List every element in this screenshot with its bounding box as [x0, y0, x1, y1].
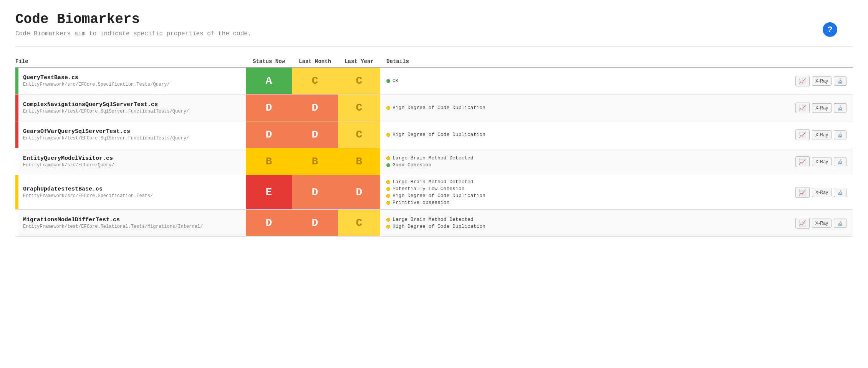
file-name: EntityQueryModelVisitor.cs	[23, 155, 114, 162]
lab-button[interactable]: 🔬	[834, 157, 846, 166]
table-row: GearsOfWarQuerySqlServerTest.csEntityFra…	[15, 121, 853, 148]
detail-dot	[386, 156, 390, 160]
detail-dot	[386, 225, 390, 229]
table-row: EntityQueryModelVisitor.csEntityFramewor…	[15, 148, 853, 175]
xray-button[interactable]: X-Ray	[812, 157, 832, 166]
table-row: ComplexNavigationsQuerySqlServerTest.csE…	[15, 94, 853, 121]
status-now-cell: B	[246, 148, 292, 175]
detail-text: Good Cohesion	[393, 162, 431, 168]
file-cell: MigrationsModelDifferTest.csEntityFramew…	[15, 210, 246, 236]
last-year-cell: D	[338, 175, 380, 209]
lab-button[interactable]: 🔬	[834, 76, 846, 86]
file-cell: EntityQueryModelVisitor.csEntityFramewor…	[15, 148, 246, 175]
biomarkers-table: File Status Now Last Month Last Year Det…	[15, 56, 853, 237]
status-now-cell: D	[246, 121, 292, 148]
file-name: GraphUpdatesTestBase.cs	[23, 186, 153, 192]
xray-button[interactable]: X-Ray	[812, 103, 832, 113]
details-cell: High Degree of Code Duplication📈X-Ray🔬	[380, 94, 853, 121]
file-stripe	[15, 148, 18, 175]
trend-button[interactable]: 📈	[795, 156, 810, 167]
xray-button[interactable]: X-Ray	[812, 219, 832, 228]
action-buttons: 📈X-Ray🔬	[795, 129, 846, 140]
file-stripe	[15, 210, 18, 236]
last-year-cell: C	[338, 68, 380, 94]
table-row: GraphUpdatesTestBase.csEntityFramework/s…	[15, 175, 853, 210]
lab-button[interactable]: 🔬	[834, 219, 846, 228]
detail-item: Good Cohesion	[386, 162, 791, 168]
last-year-cell: C	[338, 94, 380, 121]
trend-button[interactable]: 📈	[795, 187, 810, 198]
file-stripe	[15, 175, 18, 209]
detail-item: Large Brain Method Detected	[386, 155, 791, 161]
action-buttons: 📈X-Ray🔬	[795, 76, 846, 86]
col-header-lastyear: Last Year	[338, 58, 380, 65]
action-buttons: 📈X-Ray🔬	[795, 187, 846, 198]
file-path: EntityFramework/test/EFCore.Relational.T…	[23, 224, 203, 229]
lab-button[interactable]: 🔬	[834, 130, 846, 139]
col-header-status: Status Now	[246, 58, 292, 65]
detail-item: Primitive obsession	[386, 200, 791, 206]
details-cell: Large Brain Method DetectedGood Cohesion…	[380, 148, 853, 175]
table-header: File Status Now Last Month Last Year Det…	[15, 56, 853, 68]
details-info: Large Brain Method DetectedPotentially L…	[386, 179, 791, 206]
details-cell: High Degree of Code Duplication📈X-Ray🔬	[380, 121, 853, 148]
last-month-cell: D	[292, 210, 338, 236]
detail-dot	[386, 133, 390, 137]
detail-item: Potentially Low Cohesion	[386, 186, 791, 192]
detail-dot	[386, 187, 390, 191]
detail-text: High Degree of Code Duplication	[393, 224, 485, 229]
detail-item: High Degree of Code Duplication	[386, 193, 791, 199]
col-header-lastmonth: Last Month	[292, 58, 338, 65]
file-info: GearsOfWarQuerySqlServerTest.csEntityFra…	[18, 121, 194, 148]
details-info: OK	[386, 78, 791, 84]
last-month-cell: D	[292, 94, 338, 121]
detail-text: Primitive obsession	[393, 200, 449, 206]
status-now-cell: D	[246, 210, 292, 236]
file-info: QueryTestBase.csEntityFramework/src/EFCo…	[18, 68, 174, 94]
status-now-cell: D	[246, 94, 292, 121]
details-cell: Large Brain Method DetectedPotentially L…	[380, 175, 853, 209]
detail-dot	[386, 180, 390, 184]
file-info: EntityQueryModelVisitor.csEntityFramewor…	[18, 148, 119, 175]
details-info: Large Brain Method DetectedHigh Degree o…	[386, 217, 791, 229]
file-info: ComplexNavigationsQuerySqlServerTest.csE…	[18, 94, 194, 121]
help-button[interactable]: ?	[823, 22, 837, 37]
last-month-cell: B	[292, 148, 338, 175]
lab-button[interactable]: 🔬	[834, 188, 846, 197]
detail-item: High Degree of Code Duplication	[386, 105, 791, 111]
detail-text: Large Brain Method Detected	[393, 179, 474, 185]
status-now-cell: E	[246, 175, 292, 209]
action-buttons: 📈X-Ray🔬	[795, 103, 846, 113]
trend-button[interactable]: 📈	[795, 218, 810, 229]
detail-text: High Degree of Code Duplication	[393, 105, 485, 111]
file-stripe	[15, 68, 18, 94]
detail-dot	[386, 194, 390, 198]
trend-button[interactable]: 📈	[795, 76, 810, 86]
detail-text: OK	[393, 78, 399, 84]
lab-button[interactable]: 🔬	[834, 103, 846, 113]
detail-text: High Degree of Code Duplication	[393, 132, 485, 138]
trend-button[interactable]: 📈	[795, 129, 810, 140]
file-name: GearsOfWarQuerySqlServerTest.cs	[23, 128, 189, 135]
file-name: QueryTestBase.cs	[23, 75, 170, 81]
detail-text: High Degree of Code Duplication	[393, 193, 485, 199]
xray-button[interactable]: X-Ray	[812, 76, 832, 86]
col-header-details: Details	[380, 58, 853, 65]
trend-button[interactable]: 📈	[795, 103, 810, 113]
table-body: QueryTestBase.csEntityFramework/src/EFCo…	[15, 68, 853, 237]
detail-text: Large Brain Method Detected	[393, 217, 474, 222]
detail-item: High Degree of Code Duplication	[386, 224, 791, 229]
file-path: EntityFramework/test/EFCore.SqlServer.Fu…	[23, 109, 189, 114]
file-info: GraphUpdatesTestBase.csEntityFramework/s…	[18, 175, 157, 209]
last-month-cell: D	[292, 175, 338, 209]
detail-item: Large Brain Method Detected	[386, 179, 791, 185]
detail-text: Large Brain Method Detected	[393, 155, 474, 161]
detail-dot	[386, 106, 390, 110]
file-cell: GearsOfWarQuerySqlServerTest.csEntityFra…	[15, 121, 246, 148]
file-name: MigrationsModelDifferTest.cs	[23, 217, 203, 223]
details-cell: Large Brain Method DetectedHigh Degree o…	[380, 210, 853, 236]
xray-button[interactable]: X-Ray	[812, 188, 832, 197]
file-stripe	[15, 94, 18, 121]
detail-dot	[386, 79, 390, 83]
xray-button[interactable]: X-Ray	[812, 130, 832, 139]
